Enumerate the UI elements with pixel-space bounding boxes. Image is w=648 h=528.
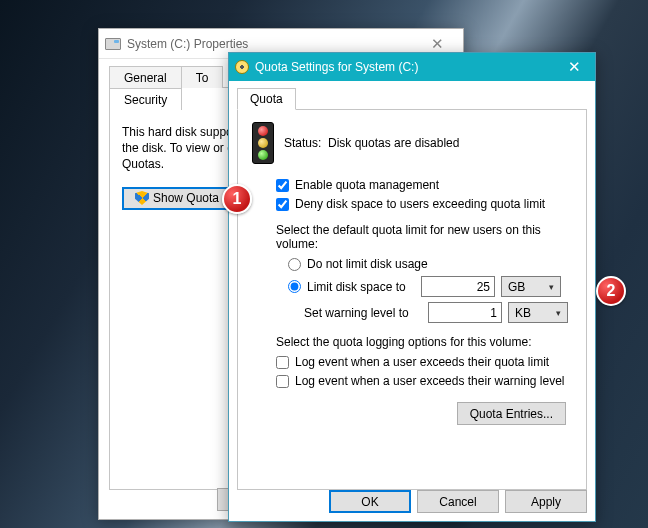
- cancel-button[interactable]: Cancel: [417, 490, 499, 513]
- warning-level-label: Set warning level to: [304, 306, 422, 320]
- disc-icon: [235, 60, 249, 74]
- annotation-badge-1: 1: [222, 184, 252, 214]
- logging-label: Select the quota logging options for thi…: [276, 335, 572, 349]
- limit-value-input[interactable]: [421, 276, 495, 297]
- apply-button[interactable]: Apply: [505, 490, 587, 513]
- no-limit-radio[interactable]: [288, 258, 301, 271]
- tab-quota[interactable]: Quota: [237, 88, 296, 110]
- chevron-down-icon: ▾: [549, 282, 554, 292]
- log-warning-label: Log event when a user exceeds their warn…: [295, 374, 565, 388]
- ok-button[interactable]: OK: [329, 490, 411, 513]
- limit-unit-select[interactable]: GB ▾: [501, 276, 561, 297]
- enable-quota-label: Enable quota management: [295, 178, 439, 192]
- warning-value-input[interactable]: [428, 302, 502, 323]
- shield-icon: [135, 191, 149, 205]
- close-icon[interactable]: ✕: [560, 58, 589, 76]
- enable-quota-checkbox[interactable]: [276, 179, 289, 192]
- quota-title: Quota Settings for System (C:): [255, 60, 560, 74]
- quota-entries-button[interactable]: Quota Entries...: [457, 402, 566, 425]
- tab-tools[interactable]: To: [181, 66, 224, 88]
- quota-dialog-buttons: OK Cancel Apply: [237, 490, 587, 513]
- annotation-badge-2: 2: [596, 276, 626, 306]
- log-limit-checkbox[interactable]: [276, 356, 289, 369]
- deny-space-checkbox[interactable]: [276, 198, 289, 211]
- log-limit-label: Log event when a user exceeds their quot…: [295, 355, 549, 369]
- close-icon[interactable]: ✕: [417, 35, 457, 53]
- warning-unit-select[interactable]: KB ▾: [508, 302, 568, 323]
- show-quota-button[interactable]: Show Quota: [122, 187, 232, 210]
- tab-security[interactable]: Security: [109, 88, 182, 111]
- default-limit-label: Select the default quota limit for new u…: [276, 223, 572, 251]
- quota-tabs: Quota: [237, 87, 587, 110]
- traffic-light-icon: [252, 122, 274, 164]
- log-warning-checkbox[interactable]: [276, 375, 289, 388]
- limit-to-radio[interactable]: [288, 280, 301, 293]
- deny-space-label: Deny disk space to users exceeding quota…: [295, 197, 545, 211]
- show-quota-label: Show Quota: [153, 191, 219, 205]
- status-text: Status: Disk quotas are disabled: [284, 136, 459, 150]
- no-limit-label: Do not limit disk usage: [307, 257, 428, 271]
- quota-settings-window: Quota Settings for System (C:) ✕ Quota S…: [228, 52, 596, 522]
- tab-general[interactable]: General: [109, 66, 182, 88]
- chevron-down-icon: ▾: [556, 308, 561, 318]
- quota-titlebar[interactable]: Quota Settings for System (C:) ✕: [229, 53, 595, 81]
- properties-title: System (C:) Properties: [127, 37, 417, 51]
- drive-icon: [105, 38, 121, 50]
- quota-panel: Status: Disk quotas are disabled Enable …: [237, 110, 587, 490]
- limit-to-label: Limit disk space to: [307, 280, 415, 294]
